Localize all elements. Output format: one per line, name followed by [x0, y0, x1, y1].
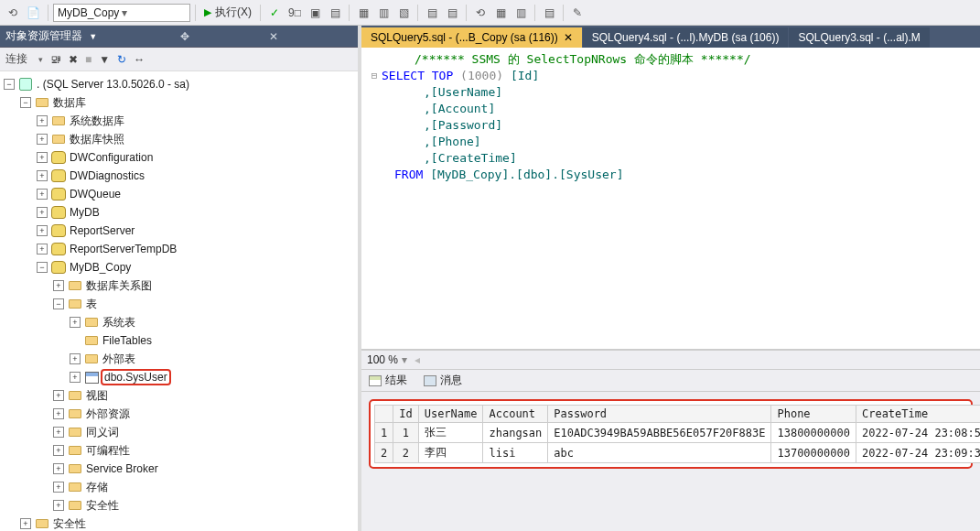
tab-sqlquery4[interactable]: SQLQuery4.sql - (...l).MyDB (sa (106)): [583, 27, 789, 48]
col-account[interactable]: Account: [483, 406, 548, 423]
object-explorer-tree[interactable]: −. (SQL Server 13.0.5026.0 - sa) −数据库 +系…: [0, 71, 358, 531]
database-combo[interactable]: MyDB_Copy ▾: [53, 4, 190, 22]
cell-id[interactable]: 2: [393, 443, 418, 463]
expand-icon[interactable]: +: [53, 280, 64, 291]
cell-account[interactable]: zhangsan: [483, 423, 548, 443]
tables-node[interactable]: −表: [0, 295, 358, 313]
client-stats-icon[interactable]: ▤: [540, 3, 558, 23]
exttables-node[interactable]: +外部表: [0, 350, 358, 368]
sql-cmd-icon[interactable]: ✎: [568, 3, 587, 23]
expand-icon[interactable]: +: [53, 482, 64, 493]
connect-label[interactable]: 连接: [5, 51, 27, 67]
expand-icon[interactable]: +: [37, 152, 48, 163]
close-icon[interactable]: ✕: [564, 31, 573, 44]
cell-username[interactable]: 张三: [418, 423, 483, 443]
chevron-down-icon[interactable]: ▾: [38, 55, 43, 64]
cell-id[interactable]: 1: [393, 423, 418, 443]
filter-icon[interactable]: ▼: [99, 53, 110, 66]
expand-icon[interactable]: +: [20, 518, 31, 529]
connect-icon[interactable]: 🖳: [50, 53, 61, 66]
databases-node[interactable]: −数据库: [0, 93, 358, 112]
stop-icon[interactable]: ■: [85, 53, 92, 66]
results-text-icon[interactable]: ▤: [326, 3, 344, 23]
cell-phone[interactable]: 13800000000: [771, 423, 856, 443]
snapshot-node[interactable]: +数据库快照: [0, 130, 358, 148]
dropdown-icon[interactable]: ▼: [89, 32, 172, 41]
servicebroker-node[interactable]: +Service Broker: [0, 460, 358, 478]
disconnect-icon[interactable]: ✖: [69, 53, 78, 66]
expand-icon[interactable]: +: [37, 207, 48, 218]
cell-createtime[interactable]: 2022-07-24 23:08:52.697: [856, 423, 980, 443]
expand-icon[interactable]: +: [53, 463, 64, 474]
expand-icon[interactable]: +: [37, 189, 48, 200]
sysuser-table-node[interactable]: +dbo.SysUser: [0, 368, 358, 386]
cell-phone[interactable]: 13700000000: [771, 443, 856, 463]
expand-icon[interactable]: +: [70, 317, 81, 328]
expand-icon[interactable]: +: [37, 244, 48, 255]
table-row[interactable]: 22李四lisiabc137000000002022-07-24 23:09:3…: [375, 443, 981, 463]
refresh-icon[interactable]: ↻: [117, 53, 126, 66]
history-back-icon[interactable]: ⟲: [4, 3, 22, 23]
security2-node[interactable]: +安全性: [0, 515, 358, 531]
collapse-icon[interactable]: −: [20, 97, 31, 108]
table-row[interactable]: 11张三zhangsanE10ADC3949BA59ABBE56E057F20F…: [375, 423, 981, 443]
programmability-node[interactable]: +可编程性: [0, 441, 358, 460]
indent-icon[interactable]: ▤: [423, 3, 441, 23]
collapse-icon[interactable]: −: [4, 79, 15, 90]
parse-icon[interactable]: 9□: [285, 3, 304, 23]
specify-values-icon[interactable]: ⟲: [471, 3, 490, 23]
dwqueue-node[interactable]: +DWQueue: [0, 185, 358, 203]
sync-icon[interactable]: ↔: [134, 53, 145, 66]
cell-password[interactable]: abc: [548, 443, 771, 463]
col-username[interactable]: UserName: [418, 406, 483, 423]
dwdiag-node[interactable]: +DWDiagnostics: [0, 167, 358, 185]
expand-icon[interactable]: +: [70, 372, 81, 383]
cell-createtime[interactable]: 2022-07-24 23:09:39.193: [856, 443, 980, 463]
script-icon[interactable]: 📄: [24, 3, 43, 23]
expand-icon[interactable]: +: [53, 408, 64, 419]
filetables-node[interactable]: FileTables: [0, 331, 358, 350]
collapse-icon[interactable]: −: [53, 298, 64, 309]
expand-icon[interactable]: +: [37, 134, 48, 145]
include-plan-icon[interactable]: ▦: [491, 3, 510, 23]
results-grid[interactable]: Id UserName Account Password Phone Creat…: [374, 405, 980, 463]
close-icon[interactable]: ✕: [269, 30, 352, 43]
col-id[interactable]: Id: [393, 406, 418, 423]
expand-icon[interactable]: +: [53, 500, 64, 511]
cell-password[interactable]: E10ADC3949BA59ABBE56E057F20F883E: [548, 423, 771, 443]
pin-icon[interactable]: ✥: [180, 30, 264, 43]
tab-sqlquery5[interactable]: SQLQuery5.sql - (...B_Copy (sa (116))✕: [361, 27, 582, 48]
cell-account[interactable]: lisi: [483, 443, 548, 463]
views-node[interactable]: +视图: [0, 386, 358, 405]
systables-node[interactable]: +系统表: [0, 313, 358, 331]
mydb-node[interactable]: +MyDB: [0, 203, 358, 222]
col-password[interactable]: Password: [548, 406, 771, 423]
synonym-node[interactable]: +同义词: [0, 423, 358, 441]
extres-node[interactable]: +外部资源: [0, 405, 358, 423]
cell-username[interactable]: 李四: [418, 443, 483, 463]
col-createtime[interactable]: CreateTime: [856, 406, 980, 423]
comment-icon[interactable]: ▧: [394, 3, 413, 23]
results-file-icon[interactable]: ▥: [374, 3, 393, 23]
expand-icon[interactable]: +: [70, 353, 81, 364]
execute-button[interactable]: ▶ 执行(X): [200, 5, 255, 20]
display-plan-icon[interactable]: ▣: [306, 3, 324, 23]
col-phone[interactable]: Phone: [771, 406, 856, 423]
outdent-icon[interactable]: ▤: [443, 3, 461, 23]
expand-icon[interactable]: +: [37, 115, 48, 126]
live-stats-icon[interactable]: ▥: [512, 3, 530, 23]
dwconfig-node[interactable]: +DWConfiguration: [0, 148, 358, 167]
expand-icon[interactable]: +: [37, 225, 48, 236]
results-tab[interactable]: 结果: [369, 373, 407, 388]
expand-icon[interactable]: +: [37, 170, 48, 181]
server-node[interactable]: −. (SQL Server 13.0.5026.0 - sa): [0, 75, 358, 93]
zoom-value[interactable]: 100 %: [367, 353, 398, 366]
chevron-down-icon[interactable]: ▾: [402, 353, 407, 366]
scroll-left-icon[interactable]: ◂: [415, 353, 420, 366]
collapse-icon[interactable]: −: [37, 262, 48, 273]
results-grid-icon[interactable]: ▦: [354, 3, 372, 23]
debug-step-icon[interactable]: ✓: [265, 3, 284, 23]
reportserver-node[interactable]: +ReportServer: [0, 222, 358, 240]
reportservertemp-node[interactable]: +ReportServerTempDB: [0, 240, 358, 258]
tab-sqlquery3[interactable]: SQLQuery3.sql - (...al).M: [789, 27, 929, 48]
